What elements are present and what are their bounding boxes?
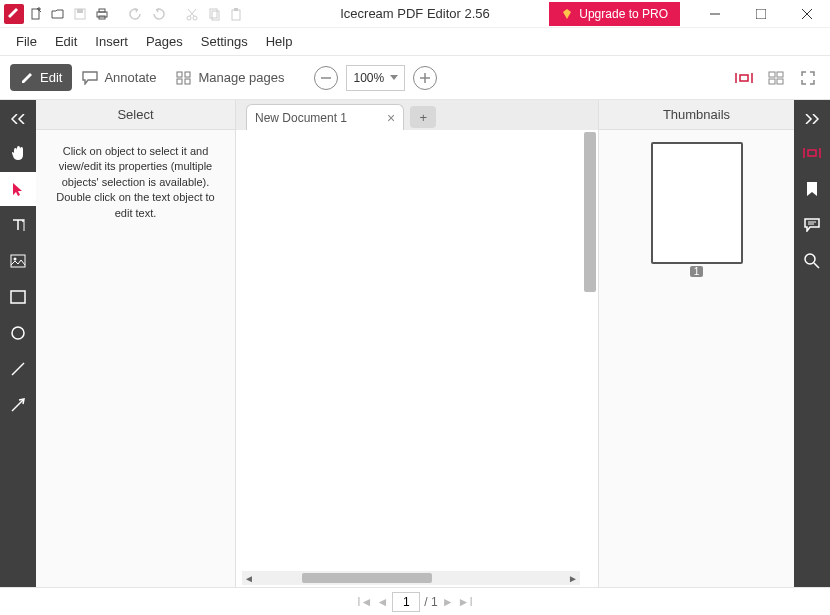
mode-manage-label: Manage pages [198, 70, 284, 85]
thumbnails-title: Thumbnails [599, 100, 794, 130]
text-tool[interactable] [0, 208, 36, 242]
zoom-value: 100% [353, 71, 384, 85]
mode-annotate-label: Annotate [104, 70, 156, 85]
circle-tool[interactable] [0, 316, 36, 350]
cut-icon[interactable] [182, 4, 202, 24]
svg-point-28 [14, 258, 17, 261]
arrow-tool[interactable] [0, 388, 36, 422]
select-tool[interactable] [0, 172, 36, 206]
thumbnails-view-icon[interactable] [794, 136, 830, 170]
title-bar: Icecream PDF Editor 2.56 Upgrade to PRO [0, 0, 830, 28]
comments-icon[interactable] [794, 208, 830, 242]
zoom-in-button[interactable] [413, 66, 437, 90]
menu-file[interactable]: File [8, 30, 45, 53]
horizontal-scrollbar[interactable]: ◄ ► [242, 571, 580, 585]
svg-line-31 [12, 363, 24, 375]
svg-rect-10 [232, 10, 240, 20]
svg-point-36 [805, 254, 815, 264]
chevron-down-icon [390, 75, 398, 80]
vertical-scrollbar-thumb[interactable] [584, 132, 596, 292]
svg-rect-4 [99, 9, 105, 12]
svg-rect-17 [185, 79, 190, 84]
menu-pages[interactable]: Pages [138, 30, 191, 53]
svg-rect-24 [769, 79, 775, 84]
document-tab-label: New Document 1 [255, 111, 347, 125]
undo-icon[interactable] [126, 4, 146, 24]
mode-edit-button[interactable]: Edit [10, 64, 72, 91]
next-page-icon[interactable]: ► [442, 595, 454, 609]
svg-rect-15 [185, 72, 190, 77]
document-tab[interactable]: New Document 1 × [246, 104, 404, 130]
minimize-button[interactable] [692, 0, 738, 28]
main-area: Select Click on object to select it and … [0, 100, 830, 587]
svg-line-37 [814, 263, 819, 268]
save-icon[interactable] [70, 4, 90, 24]
collapse-left-button[interactable] [0, 104, 36, 134]
scroll-left-icon[interactable]: ◄ [242, 571, 256, 585]
document-tabs: New Document 1 × + [236, 100, 598, 130]
zoom-select[interactable]: 100% [346, 65, 405, 91]
prev-page-icon[interactable]: ◄ [376, 595, 388, 609]
tab-close-icon[interactable]: × [387, 110, 395, 126]
menu-settings[interactable]: Settings [193, 30, 256, 53]
diamond-icon [561, 8, 573, 20]
open-icon[interactable] [48, 4, 68, 24]
mode-manage-button[interactable]: Manage pages [166, 64, 294, 91]
maximize-button[interactable] [738, 0, 784, 28]
zoom-out-button[interactable] [314, 66, 338, 90]
new-doc-icon[interactable] [26, 4, 46, 24]
svg-rect-0 [32, 9, 39, 19]
svg-rect-21 [740, 75, 748, 81]
fit-page-icon[interactable] [764, 66, 788, 90]
svg-point-6 [187, 16, 191, 20]
main-toolbar: Edit Annotate Manage pages 100% [0, 56, 830, 100]
svg-rect-11 [234, 8, 238, 11]
image-tool[interactable] [0, 244, 36, 278]
line-tool[interactable] [0, 352, 36, 386]
window-title: Icecream PDF Editor 2.56 [340, 6, 490, 21]
page-canvas[interactable] [242, 134, 580, 569]
page-viewport[interactable]: ◄ ► [236, 130, 598, 587]
hand-tool[interactable] [0, 136, 36, 170]
thumbnail-page[interactable] [651, 142, 743, 264]
left-tool-strip [0, 100, 36, 587]
fullscreen-icon[interactable] [796, 66, 820, 90]
svg-rect-13 [756, 9, 766, 19]
last-page-icon[interactable]: ►I [458, 595, 473, 609]
page-input[interactable] [392, 592, 420, 612]
print-icon[interactable] [92, 4, 112, 24]
paste-icon[interactable] [226, 4, 246, 24]
bookmark-icon[interactable] [794, 172, 830, 206]
mode-annotate-button[interactable]: Annotate [72, 64, 166, 91]
menu-help[interactable]: Help [258, 30, 301, 53]
upgrade-label: Upgrade to PRO [579, 7, 668, 21]
search-icon[interactable] [794, 244, 830, 278]
svg-point-30 [12, 327, 24, 339]
fit-width-icon[interactable] [732, 66, 756, 90]
rectangle-tool[interactable] [0, 280, 36, 314]
properties-title: Select [36, 100, 235, 130]
svg-rect-29 [11, 291, 25, 303]
properties-panel: Select Click on object to select it and … [36, 100, 236, 587]
svg-rect-27 [11, 255, 25, 267]
svg-rect-9 [212, 11, 219, 20]
svg-rect-16 [177, 79, 182, 84]
svg-rect-2 [77, 9, 83, 13]
svg-rect-14 [177, 72, 182, 77]
svg-rect-8 [210, 9, 217, 18]
properties-hint: Click on object to select it and view/ed… [36, 130, 235, 235]
thumbnail-number: 1 [690, 266, 704, 277]
upgrade-button[interactable]: Upgrade to PRO [549, 2, 680, 26]
copy-icon[interactable] [204, 4, 224, 24]
first-page-icon[interactable]: I◄ [357, 595, 372, 609]
horizontal-scrollbar-thumb[interactable] [302, 573, 432, 583]
redo-icon[interactable] [148, 4, 168, 24]
grid-icon [176, 71, 192, 85]
status-bar: I◄ ◄ / 1 ► ►I [0, 587, 830, 615]
new-tab-button[interactable]: + [410, 106, 436, 128]
menu-edit[interactable]: Edit [47, 30, 85, 53]
close-button[interactable] [784, 0, 830, 28]
scroll-right-icon[interactable]: ► [566, 571, 580, 585]
collapse-right-button[interactable] [794, 104, 830, 134]
menu-insert[interactable]: Insert [87, 30, 136, 53]
